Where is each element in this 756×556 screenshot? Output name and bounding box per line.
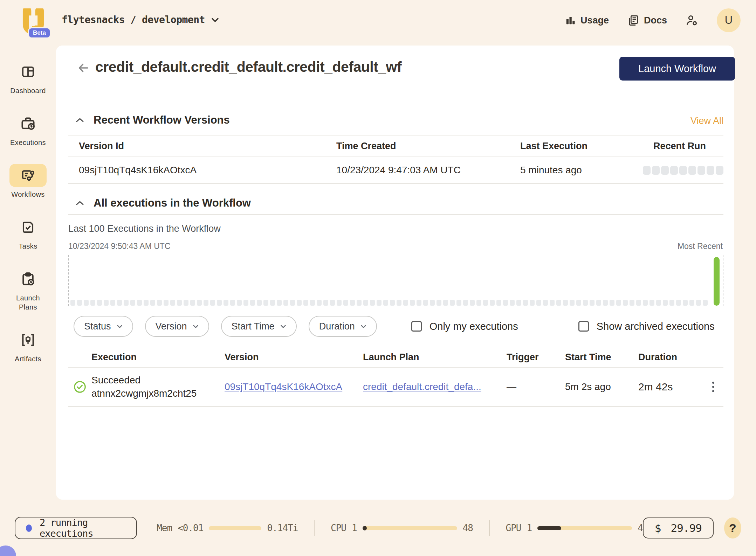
recent-run-slot	[652, 166, 660, 175]
chevron-down-icon	[211, 18, 219, 22]
timeline-slot	[390, 300, 395, 306]
view-all-link[interactable]: View All	[690, 116, 723, 126]
timeline-slot	[184, 300, 188, 306]
timeline-slot	[84, 300, 89, 306]
status-filter-dropdown[interactable]: Status	[74, 316, 133, 337]
user-admin-button[interactable]	[685, 14, 699, 27]
duration-filter-dropdown[interactable]: Duration	[309, 316, 377, 337]
back-button[interactable]	[76, 62, 90, 74]
union-logo[interactable]: Beta	[20, 8, 48, 36]
timeline-slot	[643, 300, 648, 306]
section-divider	[68, 214, 723, 215]
timeline-slot	[144, 300, 149, 306]
timeline-slot	[303, 300, 308, 306]
timeline-slot	[616, 300, 621, 306]
only-my-executions-checkbox[interactable]	[411, 321, 422, 332]
gpu-label: GPU	[506, 523, 521, 533]
timeline-slot	[630, 300, 634, 306]
version-filter-dropdown[interactable]: Version	[145, 316, 209, 337]
execution-table-row[interactable]: Succeeded atnnx2cwgmjx8m2cht25 09sjT10qT…	[68, 368, 723, 407]
column-header: Duration	[633, 352, 703, 363]
timeline-slot	[97, 300, 102, 306]
usage-nav-item[interactable]: Usage	[565, 15, 609, 26]
sidebar-item-label: Tasks	[19, 242, 37, 251]
show-archived-checkbox-group[interactable]: Show archived executions	[578, 321, 715, 332]
only-my-executions-checkbox-group[interactable]: Only my executions	[411, 321, 518, 332]
launch-workflow-button[interactable]: Launch Workflow	[619, 57, 735, 81]
timeline-slot	[130, 300, 135, 306]
show-archived-checkbox[interactable]	[578, 321, 589, 332]
executions-section-title: All executions in the Workflow	[94, 197, 251, 209]
sidebar-item-dashboard[interactable]: Dashboard	[0, 60, 56, 95]
timeline-succeeded-bar[interactable]	[714, 257, 720, 306]
timeline-slot	[576, 300, 581, 306]
table-row[interactable]: 09sjT10qTq4sK16kAOtxcA 10/23/2024 9:47:0…	[68, 157, 723, 184]
sidebar-item-tasks[interactable]: Tasks	[0, 216, 56, 251]
column-header: Execution	[91, 352, 225, 363]
recent-run-slot	[679, 166, 687, 175]
row-menu-kebab-icon[interactable]	[712, 382, 723, 392]
mem-track	[209, 526, 261, 530]
execution-status: Succeeded	[91, 375, 225, 386]
timeline-slot	[437, 300, 441, 306]
sidebar-item-workflows[interactable]: Workflows	[0, 164, 56, 199]
help-button[interactable]: ?	[724, 517, 741, 538]
timeline-slot	[110, 300, 115, 306]
timeline-slot	[377, 300, 382, 306]
mem-max: 0.14Ti	[267, 523, 298, 533]
filter-label: Start Time	[232, 321, 275, 332]
timeline-slot	[277, 300, 282, 306]
filter-label: Version	[156, 321, 187, 332]
timeline-slot	[636, 300, 641, 306]
timeline-slot	[450, 300, 455, 306]
cpu-track	[363, 526, 457, 530]
timeline-slot	[550, 300, 555, 306]
executions-section-toggle[interactable]: All executions in the Workflow	[75, 197, 251, 209]
versions-section-toggle[interactable]: Recent Workflow Versions	[75, 114, 230, 126]
version-link[interactable]: 09sjT10qTq4sK16kAOtxcA	[225, 381, 342, 392]
cpu-label: CPU	[331, 523, 346, 533]
timeline-slot	[656, 300, 661, 306]
sidebar-item-executions[interactable]: Executions	[0, 112, 56, 147]
divider	[489, 520, 490, 536]
timeline-slot	[443, 300, 448, 306]
chevron-up-icon	[75, 200, 84, 206]
project-domain-selector[interactable]: flytesnacks / development	[62, 14, 219, 26]
recent-run-slot	[716, 166, 723, 175]
avatar[interactable]: U	[717, 8, 741, 32]
timeline-slot	[263, 300, 268, 306]
sidebar-item-artifacts[interactable]: Artifacts	[0, 328, 56, 363]
timeline-slot	[423, 300, 428, 306]
launch-plan-link[interactable]: credit_default.credit_defa...	[363, 381, 481, 392]
running-executions-pill[interactable]: 2 running executions	[15, 517, 137, 539]
timeline-slot	[343, 300, 348, 306]
timeline-slot	[417, 300, 421, 306]
docs-nav-item[interactable]: Docs	[627, 14, 667, 26]
timeline-slot	[570, 300, 575, 306]
timeline-slot	[703, 300, 708, 306]
timeline-slot	[197, 300, 202, 306]
timeline-slot	[676, 300, 681, 306]
timeline-slot	[337, 300, 342, 306]
timeline-slot	[503, 300, 508, 306]
running-executions-label: 2 running executions	[40, 517, 126, 539]
usage-label: Usage	[580, 15, 609, 26]
duration-cell: 2m 42s	[633, 381, 703, 393]
tasks-icon	[9, 216, 47, 239]
executions-timeline-chart[interactable]	[68, 255, 723, 306]
sidebar-item-label: Artifacts	[15, 354, 41, 363]
timeline-slot	[397, 300, 401, 306]
versions-table: Version Id Time Created Last Execution R…	[68, 135, 723, 184]
timeline-slot	[257, 300, 262, 306]
timeline-slot	[217, 300, 222, 306]
start-time-filter-dropdown[interactable]: Start Time	[221, 316, 297, 337]
timeline-slot	[283, 300, 288, 306]
cost-pill[interactable]: $ 29.99	[643, 517, 714, 538]
timeline-slot	[70, 300, 75, 306]
timeline-start-label: 10/23/2024 9:50:43 AM UTC	[68, 242, 171, 251]
timeline-slot	[663, 300, 668, 306]
sidebar-item-launch-plans[interactable]: Launch Plans	[0, 267, 56, 312]
sidebar-item-label: Executions	[10, 138, 46, 147]
timeline-slot	[603, 300, 608, 306]
avatar-initial: U	[725, 14, 733, 27]
